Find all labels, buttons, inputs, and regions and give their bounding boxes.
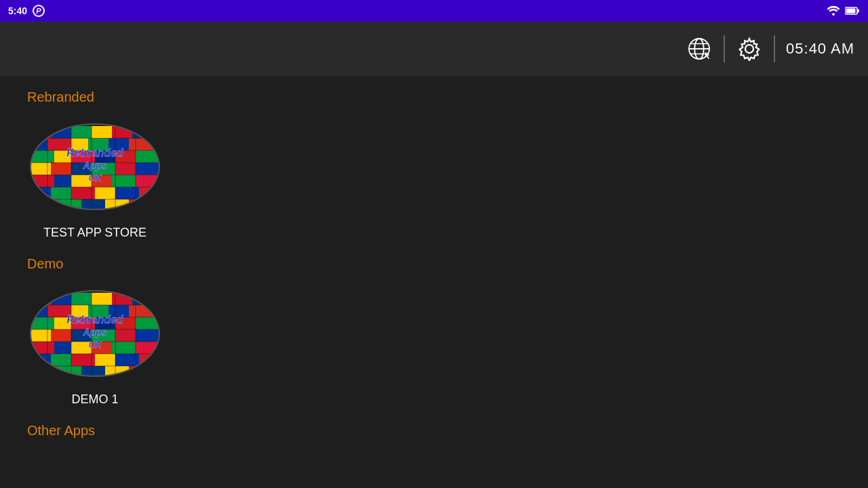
svg-rect-15 <box>92 126 112 138</box>
svg-text:Apps: Apps <box>83 327 107 338</box>
section-other-apps-label: Other Apps <box>27 423 841 439</box>
status-time: 5:40 <box>8 5 27 16</box>
svg-rect-35 <box>136 163 159 175</box>
toolbar-time-divider <box>774 35 775 62</box>
svg-rect-81 <box>129 305 159 317</box>
svg-rect-73 <box>92 293 112 305</box>
rebranded-app-grid: Rebranded Apps UK TEST APP STORE <box>27 116 841 240</box>
svg-rect-37 <box>54 175 71 187</box>
svg-rect-95 <box>54 342 71 354</box>
section-demo-label: Demo <box>27 256 841 272</box>
section-rebranded: Rebranded <box>27 89 841 240</box>
globe-icon-button[interactable] <box>686 35 713 62</box>
app-demo-1-label: DEMO 1 <box>71 392 118 407</box>
svg-rect-93 <box>136 329 159 342</box>
main-content: Rebranded <box>0 76 868 488</box>
settings-icon-button[interactable] <box>736 35 763 62</box>
svg-rect-30 <box>31 163 51 175</box>
svg-rect-89 <box>51 329 71 342</box>
svg-point-9 <box>745 45 753 53</box>
svg-rect-14 <box>71 126 92 138</box>
svg-text:UK: UK <box>89 173 102 183</box>
svg-rect-50 <box>81 199 105 209</box>
svg-rect-92 <box>115 329 136 342</box>
settings-icon <box>737 37 762 61</box>
svg-rect-31 <box>51 163 71 175</box>
svg-rect-17 <box>132 126 159 138</box>
svg-rect-72 <box>71 293 92 305</box>
status-right <box>826 5 860 16</box>
svg-rect-88 <box>31 329 51 342</box>
app-demo-1[interactable]: Rebranded Apps UK DEMO 1 <box>27 283 163 407</box>
svg-rect-101 <box>51 354 71 366</box>
section-other-apps: Other Apps <box>27 423 841 439</box>
status-bar: 5:40 P <box>0 0 868 22</box>
svg-rect-43 <box>51 187 71 199</box>
svg-rect-2 <box>846 9 856 14</box>
globe-ellipse-2: Rebranded Apps UK <box>27 289 163 378</box>
status-left: 5:40 P <box>8 5 45 17</box>
toolbar-time: 05:40 AM <box>786 40 854 58</box>
section-rebranded-label: Rebranded <box>27 89 841 105</box>
app-test-app-store-label: TEST APP STORE <box>43 226 146 240</box>
app-test-app-store[interactable]: Rebranded Apps UK TEST APP STORE <box>27 116 163 240</box>
p-icon: P <box>33 5 45 17</box>
section-demo: Demo <box>27 256 841 407</box>
globe-icon <box>687 37 711 61</box>
svg-rect-75 <box>132 293 159 305</box>
svg-rect-34 <box>115 163 136 175</box>
svg-text:Apps: Apps <box>83 160 107 171</box>
app-test-app-store-icon: Rebranded Apps UK <box>27 116 163 218</box>
demo-app-grid: Rebranded Apps UK DEMO 1 <box>27 283 841 407</box>
svg-rect-45 <box>95 187 115 199</box>
svg-text:UK: UK <box>89 340 102 350</box>
svg-text:Rebranded: Rebranded <box>66 147 124 159</box>
svg-rect-23 <box>129 138 159 150</box>
svg-rect-106 <box>31 366 58 376</box>
wifi-icon <box>826 5 841 16</box>
globe-ellipse-1: Rebranded Apps UK <box>27 123 163 211</box>
svg-text:Rebranded: Rebranded <box>66 314 124 325</box>
svg-rect-48 <box>31 199 58 209</box>
battery-icon <box>845 6 860 16</box>
svg-rect-1 <box>857 9 859 13</box>
svg-rect-108 <box>81 366 105 376</box>
svg-rect-12 <box>31 126 51 138</box>
svg-rect-103 <box>95 354 115 366</box>
app-demo-1-icon: Rebranded Apps UK <box>27 283 163 384</box>
toolbar-divider <box>724 35 725 62</box>
svg-rect-70 <box>31 293 51 305</box>
toolbar: 05:40 AM <box>0 22 868 76</box>
